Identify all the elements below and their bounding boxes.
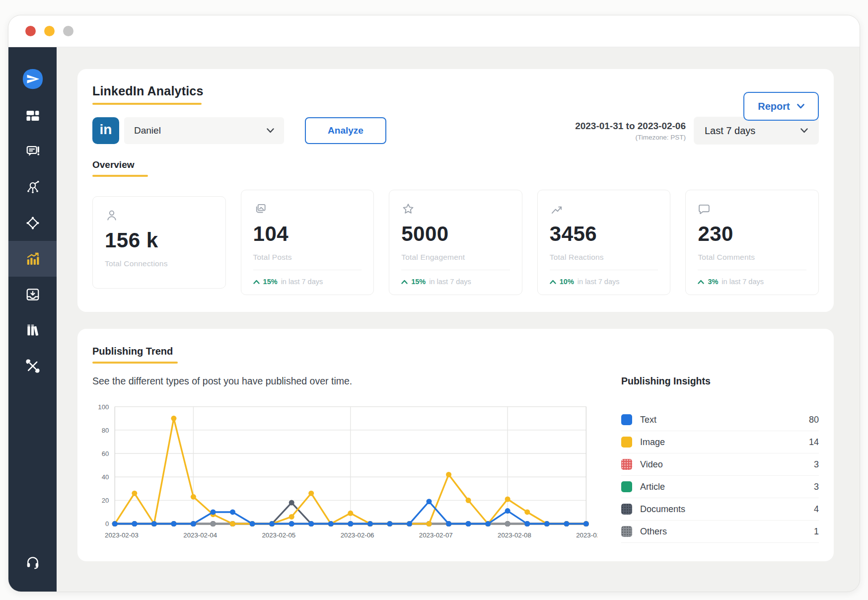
page-title: LinkedIn Analytics (92, 84, 819, 98)
stat-trend: 15%in last 7 days (401, 278, 510, 286)
stat-divider (401, 270, 510, 270)
legend-value: 3 (814, 459, 819, 470)
publishing-trend-card: Publishing Trend See the different types… (77, 329, 834, 561)
stat-label: Total Posts (253, 253, 362, 262)
legend-value: 4 (814, 504, 819, 515)
chevron-down-icon (800, 128, 808, 133)
maximize-window-button[interactable] (63, 26, 73, 36)
sidebar-spacer (8, 384, 57, 544)
close-window-button[interactable] (25, 26, 36, 36)
account-select[interactable]: Daniel (124, 117, 284, 144)
trend-percent: 15% (263, 278, 278, 286)
trend-up-icon (550, 280, 556, 284)
trend-suffix: in last 7 days (722, 278, 764, 286)
timezone-text: (Timezone: PST) (575, 134, 686, 141)
publishing-insights-panel: Publishing Insights Text80Image14Video3A… (621, 375, 819, 546)
overview-underline (92, 175, 148, 177)
sidebar-item-network[interactable] (8, 169, 57, 205)
legend-swatch (621, 481, 632, 492)
library-icon (25, 323, 40, 338)
app-logo[interactable] (8, 60, 57, 98)
title-underline (92, 103, 202, 105)
gallery-icon (253, 202, 362, 216)
stat-label: Total Connections (105, 259, 214, 268)
legend-row: Video3 (621, 453, 819, 476)
analyze-button[interactable]: Analyze (305, 117, 386, 144)
legend-row: Documents4 (621, 498, 819, 521)
trend-percent: 3% (708, 278, 718, 286)
stat-trend: 10%in last 7 days (550, 278, 658, 286)
stat-divider (698, 270, 806, 270)
dashboard-icon (25, 108, 40, 123)
trend-suffix: in last 7 days (281, 278, 323, 286)
stat-card: 3456Total Reactions10%in last 7 days (537, 190, 671, 295)
inbox-icon (25, 287, 40, 302)
publishing-trend-underline (92, 362, 178, 364)
legend-row: Text80 (621, 409, 819, 431)
legend-swatch (621, 526, 632, 537)
svg-text:0: 0 (105, 520, 109, 527)
insights-legend: Text80Image14Video3Article3Documents4Oth… (621, 409, 819, 543)
sidebar-item-inbox[interactable] (8, 277, 57, 312)
stat-divider (550, 270, 658, 270)
legend-label: Text (640, 415, 801, 425)
stat-card: 156 kTotal Connections (92, 196, 226, 289)
trend-up-icon (698, 280, 704, 284)
legend-swatch (621, 504, 632, 515)
svg-text:60: 60 (102, 450, 109, 457)
linkedin-icon: in (92, 117, 119, 144)
chart-container: 0204060801002023-02-032023-02-042023-02-… (92, 399, 597, 546)
stat-value: 3456 (550, 222, 658, 246)
legend-value: 1 (814, 526, 819, 537)
trend-up-icon (401, 280, 408, 284)
sidebar-item-posts[interactable] (8, 134, 57, 169)
report-button[interactable]: Report (743, 92, 819, 121)
headset-icon (25, 555, 40, 570)
report-button-label: Report (758, 101, 790, 112)
minimize-window-button[interactable] (44, 26, 55, 36)
svg-text:40: 40 (102, 473, 109, 481)
legend-label: Documents (640, 504, 806, 515)
legend-swatch (621, 437, 632, 448)
legend-label: Image (640, 437, 801, 448)
stat-label: Total Reactions (550, 253, 658, 262)
posts-icon (25, 144, 40, 159)
svg-text:2023-02-05: 2023-02-05 (262, 531, 295, 539)
sidebar-item-dashboard[interactable] (8, 98, 57, 134)
sidebar-item-analytics[interactable] (8, 241, 57, 277)
publishing-trend-title: Publishing Trend (92, 346, 819, 357)
svg-text:2023-02-04: 2023-02-04 (183, 531, 217, 539)
legend-label: Video (640, 459, 806, 470)
legend-label: Article (640, 482, 806, 492)
sidebar-item-share[interactable] (8, 205, 57, 241)
stat-card: 230Total Comments3%in last 7 days (685, 190, 819, 295)
period-select[interactable]: Last 7 days (694, 117, 819, 145)
sidebar-item-tools[interactable] (8, 348, 57, 384)
window-titlebar (8, 15, 860, 47)
legend-value: 3 (814, 482, 819, 492)
svg-text:80: 80 (102, 427, 109, 434)
stat-trend: 3%in last 7 days (698, 278, 806, 286)
publishing-trend-chart: 0204060801002023-02-032023-02-042023-02-… (92, 399, 597, 546)
legend-label: Others (640, 526, 806, 537)
svg-text:100: 100 (98, 403, 109, 411)
person-icon (105, 209, 214, 223)
publishing-trend-description: See the different types of post you have… (92, 375, 597, 387)
paper-plane-logo-icon (21, 68, 44, 90)
trend-suffix: in last 7 days (429, 278, 471, 286)
chevron-down-icon (797, 104, 804, 109)
sidebar-item-support[interactable] (8, 544, 57, 580)
stat-divider (253, 270, 362, 270)
trend-percent: 10% (560, 278, 574, 286)
legend-row: Image14 (621, 431, 819, 453)
legend-swatch (621, 459, 632, 470)
tools-icon (25, 359, 40, 374)
analytics-icon (25, 251, 40, 266)
line-chart-icon (550, 202, 658, 216)
legend-value: 80 (809, 415, 819, 425)
stat-card-row: 156 kTotal Connections104Total Posts15%i… (92, 190, 819, 295)
svg-text:2023-02-06: 2023-02-06 (341, 531, 374, 539)
overview-section-title: Overview (92, 159, 819, 170)
main-content: LinkedIn Analytics Report in Daniel (57, 47, 860, 592)
sidebar-item-library[interactable] (8, 312, 57, 348)
